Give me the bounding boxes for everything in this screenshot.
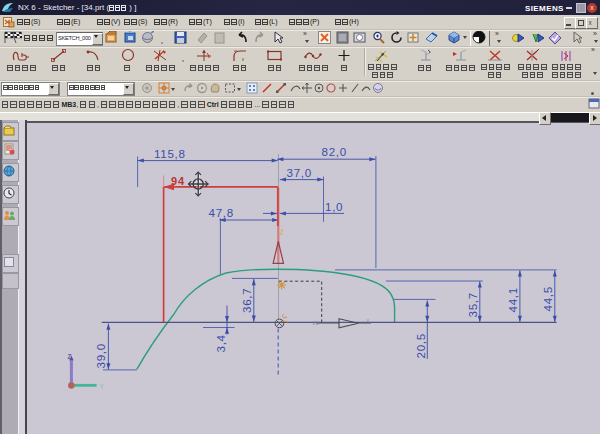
svg-text:1,0: 1,0 xyxy=(325,200,343,213)
svg-text:44,5: 44,5 xyxy=(541,286,554,311)
svg-text:x: x xyxy=(367,317,370,323)
svg-text:Y: Y xyxy=(100,383,105,390)
svg-text:3,4: 3,4 xyxy=(214,334,227,352)
svg-text:82,0: 82,0 xyxy=(322,145,347,158)
svg-text:V8: V8 xyxy=(312,320,320,326)
svg-text:94: 94 xyxy=(171,175,185,187)
svg-text:35,7: 35,7 xyxy=(466,292,479,317)
svg-text:Z: Z xyxy=(68,353,73,360)
svg-text:36,7: 36,7 xyxy=(240,288,253,313)
svg-text:20,5: 20,5 xyxy=(414,333,427,358)
svg-text:44,1: 44,1 xyxy=(506,287,519,312)
svg-text:115,8: 115,8 xyxy=(154,147,186,160)
svg-text:47,8: 47,8 xyxy=(209,206,234,219)
svg-text:37,0: 37,0 xyxy=(287,166,312,179)
svg-text:39,0: 39,0 xyxy=(94,343,107,368)
